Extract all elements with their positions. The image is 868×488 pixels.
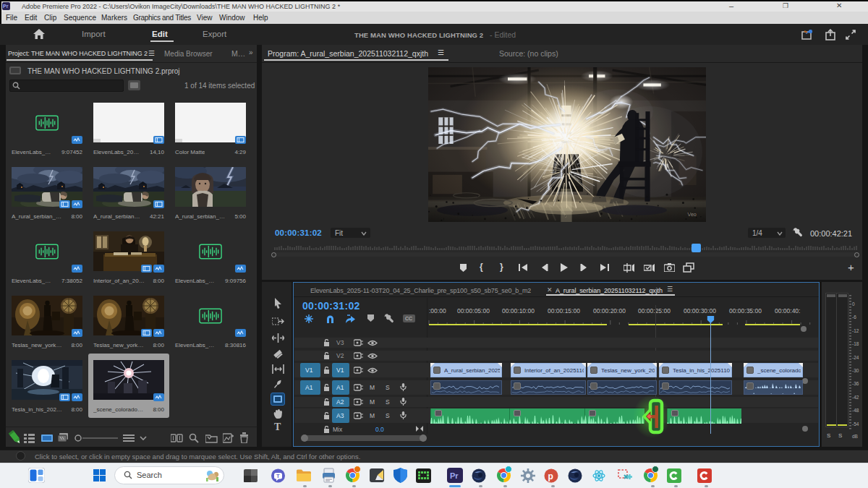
svg-text:T: T: [276, 473, 280, 479]
svg-text:Veo: Veo: [688, 212, 697, 218]
svg-text:p: p: [548, 471, 553, 481]
svg-text:Pr: Pr: [450, 471, 459, 480]
